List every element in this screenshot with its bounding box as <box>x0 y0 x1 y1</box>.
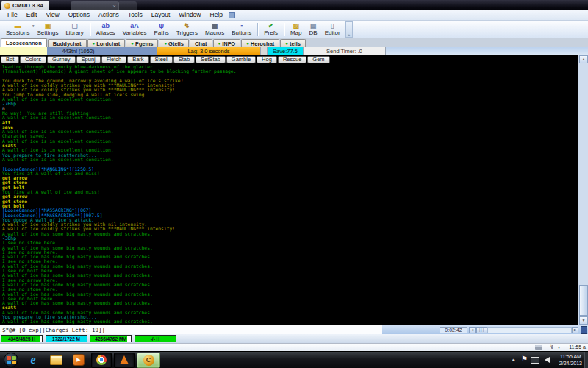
flag-quadrant <box>7 361 11 364</box>
tray-clock[interactable]: 11:55 AM 2/24/2013 <box>559 353 582 367</box>
activity-dot-icon: ● <box>93 41 96 46</box>
activity-dot-icon: ● <box>246 41 249 46</box>
macro-button-bot[interactable]: Bot <box>1 56 19 63</box>
output-scrollbar[interactable]: ▲ ▼ <box>578 55 588 325</box>
session-tab-info[interactable]: ●INFO <box>213 39 241 47</box>
folder-icon <box>50 355 62 365</box>
session-tab-herochat[interactable]: ●Herochat <box>241 39 279 47</box>
scrollbar-thumb[interactable] <box>579 285 588 316</box>
session-tab-loosecannon[interactable]: Loosecannon <box>1 38 47 47</box>
menu-options[interactable]: Options <box>64 10 94 20</box>
connection-icon[interactable]: ↯ <box>549 344 554 350</box>
menu-tools[interactable]: Tools <box>123 10 147 20</box>
taskbar-chrome-button[interactable] <box>91 353 112 368</box>
h-scrollbar-thumb[interactable]: ||| <box>476 327 487 333</box>
stat-bar-label: 4345/4525 H <box>1 336 42 342</box>
macro-button-steel[interactable]: Steel <box>150 56 173 63</box>
macro-button-stab[interactable]: Stab <box>173 56 195 63</box>
toolbar-aliases-button[interactable]: abAliases <box>93 21 119 38</box>
toolbar-overflow-button[interactable]: » <box>345 21 353 38</box>
volume-icon[interactable] <box>545 357 550 363</box>
tray-overflow-icon[interactable]: ▴ <box>512 357 514 363</box>
taskbar-ie-button[interactable]: e <box>23 353 43 368</box>
macro-button-gurney[interactable]: Gurney <box>47 56 76 63</box>
session-tab-chat[interactable]: Chat <box>190 39 212 47</box>
macro-button-gem[interactable]: Gem <box>307 56 329 63</box>
menu-edit[interactable]: Edit <box>22 10 42 20</box>
window-title-tab[interactable]: CMUD 3.34 <box>1 1 49 10</box>
macro-button-gamble[interactable]: Gamble <box>226 56 256 63</box>
session-tab-label: Chat <box>195 40 207 47</box>
macro-button-fletch[interactable]: Fletch <box>101 56 126 63</box>
toolbar-grip <box>229 12 235 18</box>
toolbar-map-button[interactable]: ▨Map <box>287 21 306 38</box>
toolbar-sessions-button[interactable]: ▬Sessions▾ <box>2 21 33 38</box>
macro-button-rescue[interactable]: Rescue <box>278 56 306 63</box>
inactive-window-tab[interactable]: × <box>71 1 119 10</box>
terminal-line: A wall of ice has some big nasty wounds … <box>2 319 578 324</box>
macro-button-spunj[interactable]: Spunj <box>76 56 101 63</box>
close-icon[interactable]: × <box>112 3 116 10</box>
toolbar-triggers-button[interactable]: ↯Triggers <box>173 21 201 38</box>
toolbar-settings-button[interactable]: ▣Settings <box>33 21 62 38</box>
toolbar-editor-button[interactable]: ▯Editor <box>321 21 344 38</box>
stat-bar-label: 4266/4762 MV <box>90 336 131 342</box>
session-tab-buddychat[interactable]: Buddychat <box>48 39 87 47</box>
printer-icon[interactable] <box>535 345 542 350</box>
taskbar-cmud-button[interactable]: C <box>137 353 160 368</box>
command-input[interactable]: $*@# [0 exp]|Charges Left: 19]| <box>2 327 105 333</box>
macro-button-setstab[interactable]: SetStab <box>196 56 226 63</box>
taskbar-wmp-button[interactable]: ▶ <box>68 353 89 368</box>
toolbar-button-label: Triggers <box>176 29 198 37</box>
session-tab-label: Buddychat <box>53 40 82 47</box>
toolbar-library-button[interactable]: ▢Library <box>62 21 87 38</box>
session-tab-label: Lordchat <box>96 40 120 47</box>
send-timer-indicator: Send Timer: .0 <box>304 47 386 55</box>
toolbar-macros-button[interactable]: ▦Macros <box>201 21 228 38</box>
chevron-down-icon[interactable]: ▾ <box>558 344 560 350</box>
session-tab-lordchat[interactable]: ●Lordchat <box>87 39 126 47</box>
taskbar-vlc-button[interactable] <box>114 353 135 368</box>
taskbar-start-button[interactable] <box>1 353 21 368</box>
toolbar-paths-button[interactable]: ψPaths <box>150 21 172 38</box>
menu-layout[interactable]: Layout <box>147 10 175 20</box>
menu-window[interactable]: Window <box>174 10 205 20</box>
prefs-icon: ✔ <box>268 22 274 29</box>
scroll-up-icon[interactable]: ▲ <box>579 55 588 63</box>
show-desktop-button[interactable] <box>584 352 588 368</box>
activity-dot-icon: ● <box>164 41 167 46</box>
vlc-cone-icon <box>120 355 129 364</box>
scroll-left-icon[interactable]: ◄ <box>469 327 476 333</box>
stat-bar-3: -/- H <box>135 335 176 342</box>
macro-button-bark[interactable]: Bark <box>127 56 148 63</box>
status-filler <box>386 47 588 55</box>
action-center-icon[interactable]: ⚑ <box>521 355 528 363</box>
mud-output-window[interactable]: leading through the murky blue-darkness … <box>0 64 578 325</box>
session-tab-gtells[interactable]: ●Gtells <box>159 39 188 47</box>
network-icon[interactable] <box>531 357 539 364</box>
session-tab-label: Pgems <box>135 40 154 47</box>
tnl-label: 443tnl (1052) <box>62 48 94 54</box>
taskbar-explorer-button[interactable] <box>46 353 66 368</box>
macro-button-hog[interactable]: Hog <box>257 56 277 63</box>
session-tab-tells[interactable]: ●tells <box>280 39 306 47</box>
scroll-right-icon[interactable]: ► <box>572 327 578 333</box>
toolbar-variables-button[interactable]: aAVariables <box>119 21 151 38</box>
toolbar-prefs-button[interactable]: ✔Prefs <box>260 21 282 38</box>
scroll-down-icon[interactable]: ▼ <box>579 316 588 325</box>
h-scrollbar-track[interactable] <box>487 327 572 333</box>
toolbar-button-label: Buttons <box>232 29 251 37</box>
macro-button-colors[interactable]: Colors <box>20 56 46 63</box>
menu-view[interactable]: View <box>41 10 63 20</box>
vitals-bar-row: 4345/4525 H1722/1722 M4266/4762 MV-/- H <box>0 334 588 343</box>
toolbar-buttons-button[interactable]: ▪Buttons <box>228 21 255 38</box>
menu-file[interactable]: File <box>3 10 22 20</box>
flag-quadrant <box>7 356 11 360</box>
menu-actions[interactable]: Actions <box>94 10 123 20</box>
toolbar-db-button[interactable]: ▤DB <box>306 21 321 38</box>
send-timer-label: Send Timer: .0 <box>326 48 362 54</box>
tray-date: 2/24/2013 <box>559 360 582 367</box>
session-tab-pgems[interactable]: ●Pgems <box>126 39 158 47</box>
splitter-button[interactable]: - <box>581 326 587 334</box>
menu-help[interactable]: Help <box>206 10 227 20</box>
